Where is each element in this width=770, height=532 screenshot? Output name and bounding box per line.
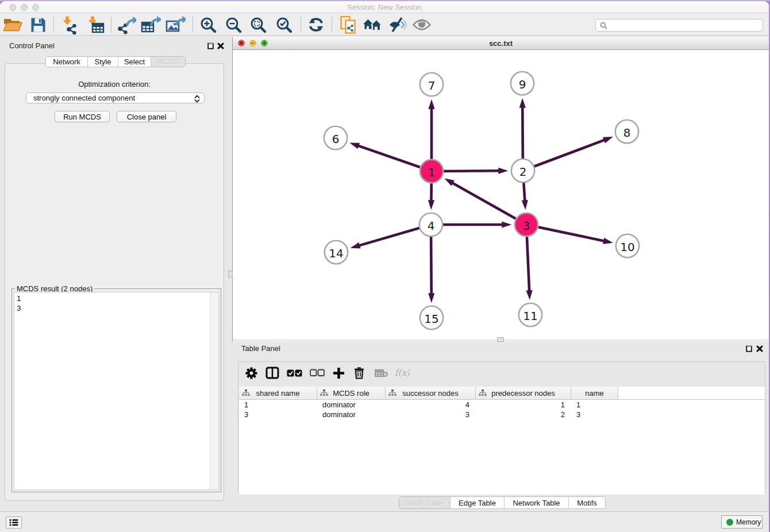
result-scrollbar[interactable] [210,292,218,489]
node-label-3: 3 [523,219,530,233]
import-network-icon[interactable] [60,15,80,34]
graph-node-2[interactable]: 2 [511,159,534,182]
select-all-icon[interactable] [286,365,302,380]
graph-node-8[interactable]: 8 [615,120,638,143]
table-row-1[interactable]: 1dominator411 [239,400,765,410]
column-header-MCDS-role[interactable]: MCDS role [317,387,386,399]
node-label-4: 4 [428,219,435,233]
task-history-button[interactable] [6,516,22,529]
vertical-splitter-handle[interactable] [228,271,233,277]
memory-button[interactable]: Memory [721,515,763,529]
delete-column-icon[interactable] [351,365,367,380]
edge-arrow-1-2 [498,168,508,174]
control-panel-float-icon[interactable] [206,42,214,50]
refresh-icon[interactable] [306,15,326,34]
tab-edge-table[interactable]: Edge Table [451,497,505,508]
deselect-all-icon[interactable] [309,365,325,380]
tab-style[interactable]: Style [88,57,118,67]
tab-select[interactable]: Select [118,57,151,67]
column-header-shared-name[interactable]: shared name [239,387,317,399]
node-label-14: 14 [329,246,343,260]
cell-predecessor-nodes: 2 [476,410,571,419]
tab-mcds[interactable]: MCDS [151,57,185,67]
settings-gear-icon[interactable] [243,365,259,380]
column-header-name[interactable]: name [571,387,618,399]
zoom-fit-icon[interactable] [248,15,268,34]
node-table[interactable]: shared name MCDS role successor nodes pr… [239,387,765,495]
control-panel-close-icon[interactable] [217,42,225,50]
graph-node-6[interactable]: 6 [324,126,347,149]
graph-node-9[interactable]: 9 [511,72,534,95]
graph-node-10[interactable]: 10 [616,234,639,257]
network-window-titlebar[interactable]: scc.txt [233,37,769,50]
add-column-icon[interactable] [330,365,346,380]
cell-shared-name: 1 [239,400,317,410]
network-view-window: scc.txt 7968124314101511 [232,37,769,341]
status-bar: Memory [0,511,769,532]
control-panel-tabs: NetworkStyleSelectMCDS [45,56,186,67]
network-canvas[interactable]: 7968124314101511 [233,50,769,340]
toolbar-separator [111,17,111,32]
toolbar-separator [53,17,54,32]
export-image-icon[interactable] [165,15,186,34]
zoom-selected-icon[interactable] [274,15,294,34]
export-table-icon[interactable] [140,15,161,34]
graph-node-3[interactable]: 3 [515,213,538,236]
edge-arrow-4-3 [502,221,511,228]
column-header-successor-nodes[interactable]: successor nodes [386,387,476,399]
show-details-icon[interactable] [411,15,432,34]
edge-3-1[interactable] [452,183,526,225]
edge-arrow-4-14 [351,242,361,249]
edge-arrow-2-8 [603,137,613,143]
open-session-icon[interactable] [2,15,23,34]
search-input[interactable] [610,20,759,30]
tab-node-table[interactable]: Node Table [399,497,451,508]
table-panel-tabs: Node TableEdge TableNetwork TableMotifs [399,496,606,509]
export-network-icon[interactable] [116,15,137,34]
svg-text:f(x): f(x) [395,367,410,378]
delete-table-icon [373,365,389,380]
import-table-icon[interactable] [85,15,106,34]
criterion-value: strongly connected component [33,94,135,102]
zoom-in-icon[interactable] [198,15,218,34]
criterion-dropdown[interactable]: strongly connected component [26,92,205,103]
tab-motifs[interactable]: Motifs [569,497,605,508]
horizontal-splitter-handle[interactable] [497,337,504,342]
search-icon [600,22,608,30]
graph-node-1[interactable]: 1 [420,160,443,183]
columns-icon[interactable] [264,365,280,380]
table-panel-close-icon[interactable] [756,345,764,353]
edge-arrow-2-3 [522,200,528,210]
edge-arrow-3-10 [603,238,613,244]
hide-details-icon[interactable] [387,15,408,34]
table-row-2[interactable]: 3dominator323 [239,410,765,419]
copy-network-icon[interactable] [338,15,359,34]
close-panel-button[interactable]: Close panel [117,111,176,122]
graph-node-4[interactable]: 4 [419,213,442,236]
tab-network-table[interactable]: Network Table [505,497,569,508]
cell-successor-nodes: 4 [386,400,476,410]
graph-node-14[interactable]: 14 [325,241,348,264]
run-mcds-button[interactable]: Run MCDS [55,111,110,122]
home-icon[interactable] [362,15,383,34]
edge-arrow-3-1 [444,179,455,186]
graph-node-7[interactable]: 7 [420,73,443,96]
tab-network[interactable]: Network [46,57,88,67]
zoom-out-icon[interactable] [223,15,244,34]
main-toolbar [0,13,769,36]
node-label-6: 6 [332,132,340,146]
column-header-predecessor-nodes[interactable]: predecessor nodes [476,387,571,399]
save-session-icon[interactable] [28,15,48,34]
edge-2-8[interactable] [523,140,605,171]
toolbar-separator [301,17,301,32]
edge-arrow-2-9 [519,98,526,108]
node-label-9: 9 [519,78,526,91]
cell-successor-nodes: 3 [386,410,476,419]
cell-shared-name: 3 [239,410,317,419]
edge-arrow-1-7 [428,99,434,109]
graph-node-15[interactable]: 15 [420,306,443,329]
table-panel-float-icon[interactable] [745,345,753,353]
graph-node-11[interactable]: 11 [519,303,542,326]
mcds-result-textarea[interactable]: 1 3 [14,292,219,490]
search-box[interactable] [595,19,763,32]
